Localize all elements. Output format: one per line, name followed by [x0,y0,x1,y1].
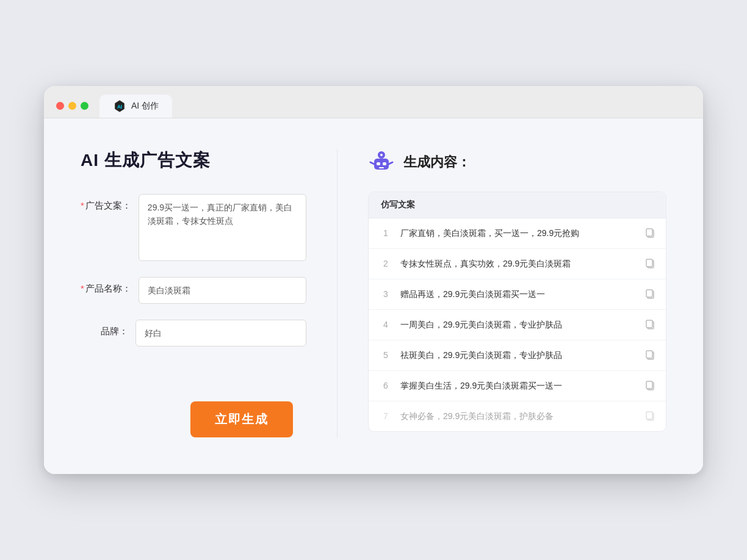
ad-copy-label: *广告文案： [81,194,139,212]
required-star-ad: * [81,200,84,210]
result-row-2: 2 专抹女性斑点，真实功效，29.9元美白淡斑霜 [369,249,666,279]
copy-icon-2[interactable] [645,258,656,269]
copy-icon-1[interactable] [645,228,656,239]
result-text-3: 赠品再送，29.9元美白淡斑霜买一送一 [400,288,638,301]
copy-icon-6[interactable] [645,380,656,391]
result-header: 生成内容： [368,149,666,176]
result-row-3: 3 赠品再送，29.9元美白淡斑霜买一送一 [369,279,666,310]
svg-rect-15 [646,290,652,297]
result-text-4: 一周美白，29.9元美白淡斑霜，专业护肤品 [400,318,638,331]
result-num-5: 5 [378,350,393,360]
copy-icon-4[interactable] [645,319,656,330]
svg-line-7 [370,162,374,164]
brand-row: 品牌： [81,320,306,346]
result-text-5: 祛斑美白，29.9元美白淡斑霜，专业护肤品 [400,349,638,362]
result-num-7: 7 [378,411,393,421]
result-text-1: 厂家直销，美白淡斑霜，买一送一，29.9元抢购 [400,227,638,240]
result-num-2: 2 [378,259,393,268]
result-row-5: 5 祛斑美白，29.9元美白淡斑霜，专业护肤品 [369,340,666,371]
svg-rect-19 [646,351,652,358]
result-num-3: 3 [378,289,393,299]
result-row-1: 1 厂家直销，美白淡斑霜，买一送一，29.9元抢购 [369,218,666,249]
product-name-input[interactable] [139,277,306,304]
result-row-7: 7 女神必备，29.9元美白淡斑霜，护肤必备 [369,401,666,431]
svg-line-8 [389,162,392,164]
left-panel: AI 生成广告文案 *广告文案： 29.9买一送一，真正的厂家直销，美白淡斑霜，… [81,149,337,438]
product-name-row: *产品名称： [81,277,306,304]
page-title: AI 生成广告文案 [81,149,306,172]
result-row-4: 4 一周美白，29.9元美白淡斑霜，专业护肤品 [369,310,666,340]
ai-tab-icon: AI [113,99,126,113]
svg-text:AI: AI [117,104,122,109]
active-tab[interactable]: AI AI 创作 [99,95,172,118]
result-table: 仿写文案 1 厂家直销，美白淡斑霜，买一送一，29.9元抢购 2 专抹女性斑点，… [368,192,666,432]
maximize-button[interactable] [81,102,88,110]
result-table-header: 仿写文案 [369,192,666,218]
close-button[interactable] [56,102,64,110]
ad-copy-input[interactable]: 29.9买一送一，真正的厂家直销，美白淡斑霜，专抹女性斑点 [139,194,306,261]
brand-label: 品牌： [81,320,135,337]
result-row-6: 6 掌握美白生活，29.9元美白淡斑霜买一送一 [369,371,666,401]
copy-icon-5[interactable] [645,350,656,361]
svg-rect-17 [646,320,652,328]
svg-rect-13 [646,259,652,267]
minimize-button[interactable] [68,102,76,110]
result-title: 生成内容： [403,153,471,171]
svg-rect-4 [377,162,380,165]
svg-rect-21 [646,381,652,389]
generate-btn-wrapper: 立即生成 [135,377,306,437]
svg-rect-11 [646,229,652,236]
robot-icon [368,149,395,176]
required-star-product: * [81,283,84,293]
product-name-label: *产品名称： [81,277,139,295]
result-num-4: 4 [378,320,393,329]
browser-window: AI AI 创作 AI 生成广告文案 *广告文案： 29.9买一送一，真正的厂家… [44,86,703,475]
brand-input[interactable] [135,320,306,346]
result-num-1: 1 [378,228,393,238]
svg-rect-5 [383,162,386,165]
svg-rect-6 [379,167,384,168]
ad-copy-row: *广告文案： 29.9买一送一，真正的厂家直销，美白淡斑霜，专抹女性斑点 [81,194,306,261]
copy-icon-3[interactable] [645,289,656,300]
result-text-7: 女神必备，29.9元美白淡斑霜，护肤必备 [400,410,638,423]
svg-rect-23 [646,412,652,419]
window-controls [56,102,88,110]
right-panel: 生成内容： 仿写文案 1 厂家直销，美白淡斑霜，买一送一，29.9元抢购 2 专… [337,149,666,438]
result-num-6: 6 [378,381,393,390]
svg-point-9 [380,154,383,156]
generate-button[interactable]: 立即生成 [190,401,293,437]
result-text-2: 专抹女性斑点，真实功效，29.9元美白淡斑霜 [400,257,638,270]
main-content: AI 生成广告文案 *广告文案： 29.9买一送一，真正的厂家直销，美白淡斑霜，… [44,118,703,475]
tab-label: AI 创作 [131,101,159,112]
titlebar: AI AI 创作 [44,86,703,118]
result-text-6: 掌握美白生活，29.9元美白淡斑霜买一送一 [400,379,638,392]
copy-icon-7[interactable] [645,411,656,422]
